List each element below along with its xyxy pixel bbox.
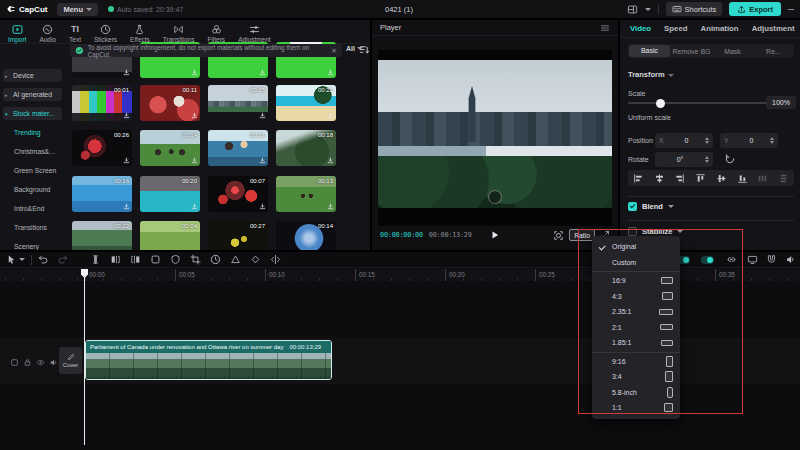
keyframe-icon[interactable]	[250, 254, 261, 265]
scale-value[interactable]: 100%	[766, 96, 796, 109]
menu-button[interactable]: Menu	[57, 3, 98, 16]
chevron-down-icon[interactable]	[668, 74, 674, 77]
align-right-icon[interactable]	[674, 173, 685, 184]
ratio-option-16-9[interactable]: 16:9	[592, 273, 680, 289]
stock-video-thumbnail[interactable]: 00:27	[208, 221, 268, 250]
select-tool-icon[interactable]	[6, 254, 17, 265]
rotate-stepper[interactable]: 0°	[655, 152, 713, 167]
ratio-option-9-16[interactable]: 9:16	[592, 354, 680, 370]
scale-slider[interactable]	[628, 102, 770, 104]
stock-video-thumbnail[interactable]: 00:11	[140, 85, 200, 121]
tab-import[interactable]: Import	[8, 24, 26, 43]
layout-icon[interactable]	[627, 4, 638, 15]
stock-video-thumbnail[interactable]: 00:18	[276, 130, 336, 166]
sort-icon[interactable]	[359, 44, 370, 55]
mute-icon[interactable]	[49, 358, 58, 367]
ratio-option-2-1[interactable]: 2:1	[592, 320, 680, 336]
subtab-mask[interactable]: Mask	[712, 48, 753, 55]
lock-icon[interactable]	[23, 358, 32, 367]
shortcuts-button[interactable]: Shortcuts	[666, 2, 723, 16]
ratio-option-1-85-1[interactable]: 1.85:1	[592, 335, 680, 351]
stock-video-thumbnail[interactable]: 00:07	[208, 176, 268, 212]
align-center-vertical-icon[interactable]	[716, 173, 727, 184]
close-icon[interactable]: ✕	[331, 47, 337, 55]
stepper-arrows-icon[interactable]	[705, 137, 709, 145]
stock-video-thumbnail[interactable]: 00:21	[208, 130, 268, 166]
tab-effects[interactable]: Effects	[130, 24, 150, 43]
sidebar-item-intro-end[interactable]: Intro&End	[14, 205, 44, 212]
chevron-down-icon[interactable]	[19, 258, 25, 261]
slider-thumb[interactable]	[656, 99, 665, 108]
audio-mixer-icon[interactable]	[785, 254, 796, 265]
stabilize-checkbox[interactable]	[628, 227, 637, 236]
transform-icon[interactable]	[270, 254, 281, 265]
subtab-basic[interactable]: Basic	[629, 45, 670, 57]
play-icon[interactable]	[490, 230, 500, 240]
blend-checkbox[interactable]	[628, 202, 637, 211]
scene-detect-icon[interactable]	[553, 230, 564, 241]
speed-icon[interactable]	[210, 254, 221, 265]
mirror-icon[interactable]	[230, 254, 241, 265]
crop-icon[interactable]	[190, 254, 201, 265]
sidebar-item-transitions[interactable]: Transitions	[14, 224, 47, 231]
subtab-remove-bg[interactable]: Remove BG	[671, 48, 712, 55]
chevron-down-icon[interactable]	[677, 230, 683, 233]
stock-video-thumbnail[interactable]: 00:14	[140, 130, 200, 166]
tab-transitions[interactable]: Transitions	[163, 24, 195, 43]
stock-video-thumbnail[interactable]: 00:04	[140, 221, 200, 250]
ratio-option-5-8-inch[interactable]: 5.8-inch	[592, 385, 680, 401]
player-menu-icon[interactable]	[600, 23, 610, 33]
ratio-option-1-1[interactable]: 1:1	[592, 400, 680, 416]
tab-adjustment[interactable]: Adjustment	[752, 24, 795, 33]
stock-video-thumbnail[interactable]: 00:01	[72, 85, 132, 121]
ratio-option-4-3[interactable]: 4:3	[592, 289, 680, 305]
ratio-option-original[interactable]: Original	[592, 239, 680, 255]
delete-icon[interactable]	[150, 254, 161, 265]
sidebar-item-green-screen[interactable]: Green Screen	[14, 167, 56, 174]
stock-video-thumbnail[interactable]: 00:14	[276, 221, 336, 250]
rotate-reset-icon[interactable]	[724, 153, 736, 165]
video-preview[interactable]	[378, 50, 612, 226]
tab-adjustment[interactable]: Adjustment	[238, 24, 271, 43]
tab-animation[interactable]: Animation	[701, 24, 739, 33]
undo-icon[interactable]	[38, 254, 49, 265]
preview-window-icon[interactable]	[747, 254, 758, 265]
sidebar-item-background[interactable]: Background	[14, 186, 50, 193]
stepper-arrows-icon[interactable]	[705, 156, 709, 164]
ratio-option-3-4[interactable]: 3:4	[592, 369, 680, 385]
align-left-icon[interactable]	[633, 173, 644, 184]
tab-filters[interactable]: Filters	[207, 24, 225, 43]
stock-video-thumbnail[interactable]: 00:26	[72, 130, 132, 166]
magnet-icon[interactable]	[766, 254, 777, 265]
delete-right-icon[interactable]	[130, 254, 141, 265]
delete-left-icon[interactable]	[110, 254, 121, 265]
chevron-down-icon[interactable]	[668, 205, 674, 208]
sidebar-item-trending[interactable]: Trending	[14, 129, 41, 136]
stock-video-thumbnail[interactable]: 00:22	[72, 221, 132, 250]
sidebar-item-stock-materials[interactable]: Stock mater...	[3, 107, 62, 120]
sidebar-item-device[interactable]: Device	[3, 69, 62, 82]
align-center-horizontal-icon[interactable]	[654, 173, 665, 184]
snap-toggle[interactable]	[701, 256, 714, 264]
tab-stickers[interactable]: Stickers	[94, 24, 117, 43]
align-bottom-icon[interactable]	[737, 173, 748, 184]
ratio-option-custom[interactable]: Custom	[592, 255, 680, 271]
stepper-arrows-icon[interactable]	[770, 137, 774, 145]
tab-speed[interactable]: Speed	[664, 24, 687, 33]
mask-icon[interactable]	[170, 254, 181, 265]
stock-video-thumbnail[interactable]: 00:20	[140, 176, 200, 212]
tab-text[interactable]: TIText	[69, 24, 81, 43]
timeline-clip[interactable]: Parliament of Canada under renovation an…	[85, 340, 332, 380]
ratio-option-2-35-1[interactable]: 2.35:1	[592, 304, 680, 320]
tab-video[interactable]: Video	[630, 24, 651, 33]
position-x-stepper[interactable]: X0	[655, 133, 713, 148]
stock-video-thumbnail[interactable]: 00:15	[208, 85, 268, 121]
sidebar-item-christmas[interactable]: Christmas&...	[14, 148, 55, 155]
align-top-icon[interactable]	[695, 173, 706, 184]
tab-audio[interactable]: Audio	[39, 24, 56, 43]
subtab-re[interactable]: Re...	[753, 48, 794, 55]
sidebar-item-scenery[interactable]: Scenery	[14, 243, 39, 250]
chevron-down-icon[interactable]	[645, 8, 651, 11]
stock-video-thumbnail[interactable]: 00:16	[72, 176, 132, 212]
playhead-line[interactable]	[84, 269, 85, 445]
